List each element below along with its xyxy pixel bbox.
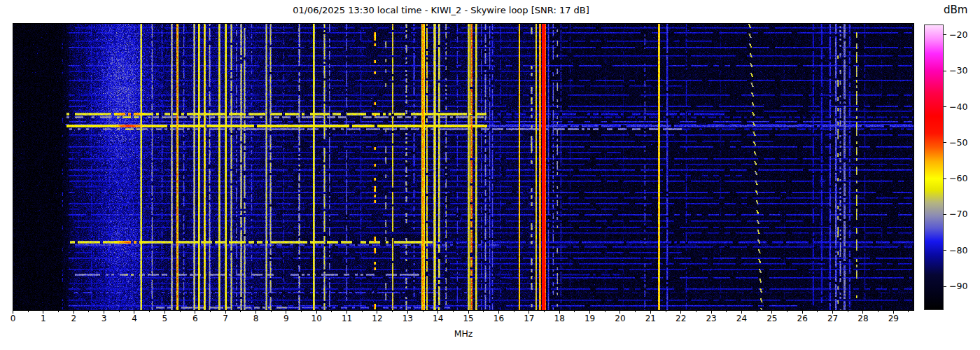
colorbar-tick-label: −20 (949, 29, 967, 40)
colorbar-tick-label: −90 (949, 281, 967, 291)
x-tick-label: 7 (216, 314, 234, 323)
x-minor-tick (58, 311, 59, 312)
x-minor-tick (696, 311, 696, 312)
x-minor-tick (423, 311, 424, 312)
x-minor-tick (210, 311, 211, 312)
x-tick-label: 18 (550, 314, 568, 323)
x-tick-label: 6 (186, 314, 204, 323)
x-tick-label: 4 (125, 314, 144, 323)
colorbar-gradient (925, 25, 943, 309)
x-tick-label: 23 (702, 314, 720, 323)
x-minor-tick (878, 311, 878, 312)
x-minor-tick (666, 311, 666, 312)
x-tick-label: 15 (459, 314, 477, 323)
colorbar-tick-label: −30 (949, 65, 967, 76)
x-axis-label: MHz (13, 328, 914, 339)
x-tick-label: 16 (489, 314, 507, 323)
colorbar-tick (944, 286, 946, 287)
x-tick-label: 17 (520, 314, 538, 323)
x-tick-label: 13 (398, 314, 416, 323)
x-minor-tick (817, 311, 818, 312)
x-tick-label: 21 (641, 314, 659, 323)
x-minor-tick (119, 311, 120, 312)
x-tick-label: 10 (307, 314, 326, 323)
x-tick-label: 29 (884, 314, 902, 323)
colorbar (924, 24, 944, 310)
spectrogram-page: 01/06/2025 13:30 local time - KIWI_2 - S… (0, 0, 980, 350)
x-tick-label: 2 (64, 314, 83, 323)
x-tick-label: 25 (763, 314, 781, 323)
x-minor-tick (240, 311, 241, 312)
waterfall-canvas (13, 24, 913, 310)
x-minor-tick (605, 311, 606, 312)
x-minor-tick (362, 311, 363, 312)
colorbar-tick-label: −50 (949, 137, 967, 148)
colorbar-tick (944, 142, 946, 143)
colorbar-tick-label: −70 (949, 209, 967, 219)
colorbar-tick-label: −80 (949, 245, 967, 255)
colorbar-tick (944, 34, 946, 35)
x-minor-tick (392, 311, 393, 312)
colorbar-unit-label: dBm (944, 4, 967, 16)
x-minor-tick (301, 311, 302, 312)
spectrogram-plot-frame (13, 23, 914, 311)
chart-title: 01/06/2025 13:30 local time - KIWI_2 - S… (0, 5, 882, 15)
x-tick-label: 1 (34, 314, 52, 323)
x-tick-label: 14 (429, 314, 447, 323)
colorbar-tick (944, 250, 946, 251)
x-minor-tick (271, 311, 272, 312)
x-tick-label: 11 (338, 314, 356, 323)
x-minor-tick (848, 311, 848, 312)
x-minor-tick (453, 311, 454, 312)
colorbar-tick-label: −60 (949, 173, 967, 183)
colorbar-tick (944, 178, 946, 179)
x-tick-label: 19 (581, 314, 599, 323)
x-minor-tick (28, 311, 29, 312)
x-minor-tick (787, 311, 788, 312)
colorbar-tick (944, 106, 946, 107)
x-minor-tick (908, 311, 909, 312)
x-minor-tick (726, 311, 727, 312)
x-minor-tick (331, 311, 332, 312)
x-minor-tick (483, 311, 484, 312)
colorbar-tick-label: −40 (949, 102, 967, 112)
x-tick-label: 0 (4, 314, 22, 323)
x-tick-label: 27 (824, 314, 842, 323)
x-minor-tick (149, 311, 150, 312)
x-tick-label: 22 (672, 314, 690, 323)
x-tick-label: 5 (155, 314, 174, 323)
x-tick-label: 8 (246, 314, 265, 323)
x-minor-tick (514, 311, 514, 312)
x-tick-label: 26 (793, 314, 811, 323)
x-minor-tick (635, 311, 636, 312)
x-minor-tick (180, 311, 181, 312)
x-tick-label: 28 (854, 314, 872, 323)
colorbar-tick (944, 214, 946, 215)
x-minor-tick (574, 311, 575, 312)
x-minor-tick (757, 311, 757, 312)
x-minor-tick (88, 311, 89, 312)
x-tick-label: 9 (277, 314, 295, 323)
x-tick-label: 24 (732, 314, 750, 323)
x-tick-label: 12 (368, 314, 386, 323)
x-tick-label: 3 (95, 314, 113, 323)
colorbar-tick (944, 71, 946, 71)
x-tick-label: 20 (611, 314, 629, 323)
x-minor-tick (544, 311, 545, 312)
